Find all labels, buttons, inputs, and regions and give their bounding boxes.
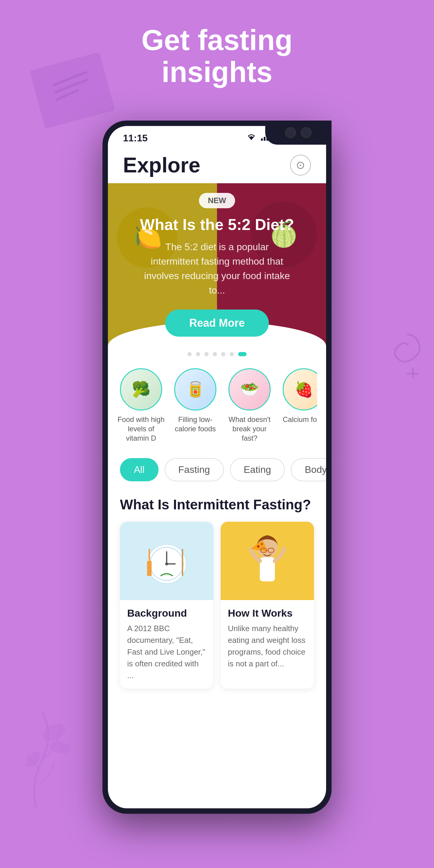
category-label-calorie: Filling low-calorie foods: [171, 415, 219, 433]
category-circle-calcium: 🍓: [283, 368, 317, 410]
camera-lens-2: [301, 127, 312, 138]
category-item-vitd[interactable]: 🥦 Food with high levels of vitamin D: [117, 368, 165, 443]
category-food-calorie-icon: 🥫: [175, 369, 216, 410]
wifi-icon: [246, 133, 257, 144]
categories-section: 🥦 Food with high levels of vitamin D 🥫 F…: [108, 359, 326, 449]
category-circle-fast: 🥗: [228, 368, 271, 410]
dot-4: [213, 352, 217, 356]
dot-2: [196, 352, 200, 356]
svg-rect-22: [149, 549, 150, 561]
category-food-fast-icon: 🥗: [229, 369, 270, 410]
filter-fasting[interactable]: Fasting: [164, 458, 224, 481]
filter-body[interactable]: Body: [291, 458, 326, 481]
article-body-howworks: How It Works Unlike many healthy eating …: [221, 600, 314, 677]
filter-all[interactable]: All: [120, 458, 158, 481]
category-label-vitd: Food with high levels of vitamin D: [117, 415, 165, 443]
svg-point-27: [257, 545, 259, 548]
article-desc-background: A 2012 BBC documentary, "Eat, Fast and L…: [127, 623, 206, 681]
hero-content: NEW What Is the 5:2 Diet? The 5:2 diet i…: [108, 183, 326, 346]
page-title: Get fasting insights: [0, 24, 434, 88]
article-card-background[interactable]: Background A 2012 BBC documentary, "Eat,…: [120, 522, 213, 689]
category-item-calorie[interactable]: 🥫 Filling low-calorie foods: [171, 368, 219, 443]
section-title: What Is Intermittent Fasting?: [120, 496, 314, 513]
article-image-background: [120, 522, 213, 600]
category-circle-vitd: 🥦: [120, 368, 162, 410]
svg-rect-26: [260, 557, 275, 581]
category-item-fast[interactable]: 🥗 What doesn't break your fast?: [225, 368, 274, 443]
category-food-calcium-icon: 🍓: [284, 369, 317, 410]
articles-section: What Is Intermittent Fasting?: [108, 490, 326, 698]
status-time: 11:15: [123, 133, 148, 144]
article-desc-howworks: Unlike many healthy eating and weight lo…: [228, 623, 307, 670]
explore-title: Explore: [123, 153, 200, 177]
category-item-calcium[interactable]: 🍓 Calcium food: [280, 368, 317, 443]
phone-frame: 11:15 100%: [102, 121, 332, 814]
category-circle-calorie: 🥫: [174, 368, 216, 410]
article-card-howworks[interactable]: How It Works Unlike many healthy eating …: [221, 522, 314, 689]
svg-point-7: [23, 749, 43, 770]
app-header: Explore ⊙: [108, 147, 326, 183]
categories-row: 🥦 Food with high levels of vitamin D 🥫 F…: [117, 368, 317, 443]
svg-point-5: [40, 720, 68, 745]
svg-point-21: [165, 562, 168, 565]
svg-point-28: [261, 543, 263, 545]
filter-eating[interactable]: Eating: [230, 458, 285, 481]
dot-1: [187, 352, 192, 356]
svg-rect-10: [261, 138, 263, 141]
svg-line-4: [55, 90, 80, 100]
svg-rect-11: [264, 137, 266, 141]
article-image-howworks: [221, 522, 314, 600]
article-title-howworks: How It Works: [228, 607, 307, 619]
camera-module: [265, 121, 332, 145]
read-more-button[interactable]: Read More: [165, 310, 269, 337]
carousel-dots: [108, 346, 326, 359]
category-label-calcium: Calcium food: [283, 415, 317, 424]
hero-description: The 5:2 diet is a popular intermittent f…: [142, 240, 292, 298]
camera-lens-1: [285, 127, 296, 138]
new-badge: NEW: [199, 193, 236, 208]
dot-6: [230, 352, 234, 356]
article-body-background: Background A 2012 BBC documentary, "Eat,…: [120, 600, 213, 689]
phone-screen: 11:15 100%: [108, 126, 326, 808]
svg-point-6: [49, 740, 72, 755]
article-title-background: Background: [127, 607, 206, 619]
dot-5: [221, 352, 225, 356]
hero-banner: 🍋 🍈 NEW What Is the 5:2 Diet? The 5:2 di…: [108, 183, 326, 346]
page-header: Get fasting insights: [0, 24, 434, 88]
hero-title: What Is the 5:2 Diet?: [140, 216, 294, 234]
category-label-fast: What doesn't break your fast?: [225, 415, 274, 443]
leaf-decoration-icon: [18, 693, 102, 808]
dot-3: [204, 352, 209, 356]
dot-7-active: [238, 352, 247, 356]
spiral-decoration-icon: [389, 332, 425, 380]
app-content: Explore ⊙ 🍋 🍈 NEW What Is the 5:2 Diet? …: [108, 147, 326, 808]
settings-icon[interactable]: ⊙: [290, 155, 311, 176]
category-food-vitd-icon: 🥦: [121, 369, 161, 410]
svg-rect-24: [182, 549, 183, 576]
filter-row: All Fasting Eating Body Mood: [120, 458, 314, 481]
filter-section: All Fasting Eating Body Mood: [108, 449, 326, 490]
svg-rect-23: [147, 561, 152, 576]
articles-grid: Background A 2012 BBC documentary, "Eat,…: [120, 522, 314, 689]
phone-wrapper: 11:15 100%: [102, 121, 332, 814]
